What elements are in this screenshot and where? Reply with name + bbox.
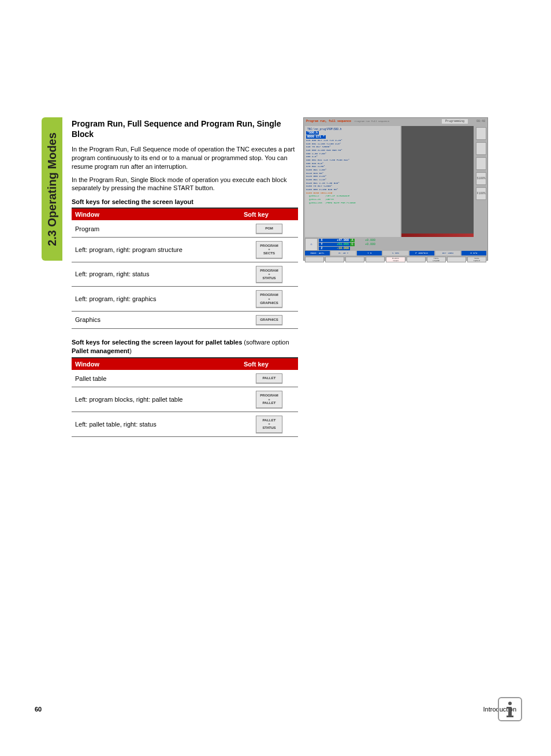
bottom-softkey-row: BLOCKSCANTOOLUSAGETOOLTABLE [304, 255, 487, 264]
side-mode-icon[interactable]: F100% [476, 187, 486, 200]
table-row: Left: program, right: graphicsPROGRAM+GR… [72, 287, 298, 312]
main-content: Program Run, Full Sequence and Program R… [72, 119, 298, 445]
status-cell: 0: 40 T [331, 251, 356, 255]
page-number: 60 [35, 706, 42, 713]
coord-x: X +47.000 A +0.000 [319, 238, 486, 242]
t2-h-softkey: Soft key [240, 358, 298, 370]
softkey-button[interactable]: PROGRAM+SECTS [256, 241, 282, 258]
softkey-table-1: Window Soft key ProgramPGMLeft: program,… [72, 207, 298, 329]
coord-z-axis: Z [319, 247, 325, 250]
softkey-button[interactable]: PROGRAM+STATUS [256, 266, 282, 283]
table-row: Left: program, right: statusPROGRAM+STAT… [72, 262, 298, 287]
window-cell: Left: program, right: graphics [72, 287, 240, 312]
table-row: ProgramPGM [72, 220, 298, 237]
program-hl-1: *500.h [306, 131, 319, 135]
shot-clock: 08:48 [471, 120, 485, 123]
section-tab: 2.3 Operating Modes [42, 117, 62, 261]
coord-x-extra: +0.000 [365, 239, 375, 242]
table-row: Left: program, right: program structureP… [72, 237, 298, 262]
side-mode-icon[interactable] [476, 157, 486, 170]
shot-titlebar: Program run, full sequence Program run f… [304, 118, 487, 125]
section-tab-label: 2.3 Operating Modes [46, 132, 59, 246]
table2-caption-bold-c: Pallet management [72, 347, 129, 354]
paragraph-2: In the Program Run, Single Block mode of… [72, 176, 298, 193]
softkey-button[interactable]: PALLET+STATUS [256, 416, 282, 433]
softkey-cell: PROGRAM+STATUS [240, 262, 298, 287]
softkey-button[interactable]: PALLET [256, 373, 282, 383]
program-q-line: Q206=+150 ;FEED RATE FOR PLNGNG [306, 202, 399, 205]
table-row: Left: program blocks, right: pallet tabl… [72, 387, 298, 412]
coord-y-val: +53.055 [325, 243, 350, 246]
window-cell: Left: program, right: program structure [72, 237, 240, 262]
paragraph-1: In the Program Run, Full Sequence mode o… [72, 145, 298, 171]
right-icon-column: S100%F100% [475, 125, 487, 238]
window-cell: Program [72, 220, 240, 237]
coord-y: Y +53.055 C +0.000 [319, 242, 486, 246]
table2-caption: Soft keys for selecting the screen layou… [72, 338, 298, 355]
svg-rect-3 [507, 716, 513, 717]
table2-caption-mid: (software option [242, 339, 289, 346]
program-listing-panel: TNC:\nc_prog\PGM\500.h *500.h N999 G71 *… [305, 126, 400, 237]
bottom-softkey[interactable] [366, 257, 385, 262]
bottom-softkey[interactable] [447, 257, 466, 262]
coord-y-extra: +0.000 [365, 243, 375, 246]
softkey-cell: PGM [240, 220, 298, 237]
coord-x-sfx: A [350, 239, 355, 242]
window-cell: Left: program, right: status [72, 262, 240, 287]
coord-y-sfx: C [350, 243, 355, 246]
status-cell: Ovr 100% [435, 251, 460, 255]
coord-y-axis: Y [319, 243, 325, 246]
bottom-softkey[interactable] [325, 257, 344, 262]
window-cell: Pallet table [72, 370, 240, 387]
softkey-button[interactable]: PROGRAM+GRAPHICS [256, 290, 282, 307]
table-row: Left: pallet table, right: statusPALLET+… [72, 412, 298, 436]
softkey-cell: PALLET [240, 370, 298, 387]
coord-x-axis: X [319, 239, 325, 242]
svg-point-0 [508, 702, 512, 705]
window-cell: Graphics [72, 312, 240, 329]
softkey-cell: PROGRAM+PALLET [240, 387, 298, 412]
program-path: TNC:\nc_prog\PGM\500.h [306, 127, 399, 131]
bottom-softkey[interactable]: TOOLTABLE [467, 257, 486, 262]
info-icon [498, 697, 522, 721]
softkey-table-2: Window Soft key Pallet tablePALLETLeft: … [72, 357, 298, 436]
status-row: MODE: ACTL0: 40 TT 5S SRSF 2mm/minOvr 10… [304, 251, 487, 255]
bottom-softkey[interactable] [407, 257, 426, 262]
status-cell: T 5 [357, 251, 382, 255]
shot-title-main: Program run, full sequence [306, 120, 351, 123]
side-mode-icon[interactable] [476, 127, 486, 140]
cnc-screenshot: Program run, full sequence Program run f… [303, 117, 488, 261]
graphics-bottom-bar [401, 234, 474, 237]
page-footer: 60 Introduction [35, 706, 516, 713]
coordinate-row: ⌂ X +47.000 A +0.000 Y +53.055 C +0.000 … [304, 238, 487, 251]
t1-h-softkey: Soft key [240, 208, 298, 220]
coord-x-val: +47.000 [325, 239, 350, 242]
table1-caption: Soft keys for selecting the screen layou… [72, 198, 298, 205]
graphics-preview-panel [401, 126, 474, 237]
coord-left-icon: ⌂ [305, 238, 318, 251]
bottom-softkey[interactable]: BLOCKSCAN [386, 257, 405, 262]
softkey-cell: PROGRAM+SECTS [240, 237, 298, 262]
program-hl-2: N999 G71 * [306, 135, 326, 139]
bottom-softkey[interactable] [345, 257, 364, 262]
bottom-softkey[interactable]: TOOLUSAGE [427, 257, 446, 262]
coord-z-val: -10.000 [325, 247, 350, 250]
softkey-cell: PROGRAM+GRAPHICS [240, 287, 298, 312]
softkey-cell: GRAPHICS [240, 312, 298, 329]
bottom-softkey[interactable] [305, 257, 324, 262]
softkey-button[interactable]: GRAPHICS [256, 315, 282, 325]
status-cell: F 2mm/min [409, 251, 434, 255]
table2-caption-bold-a: Soft keys for selecting the screen layou… [72, 339, 242, 346]
shot-title-right: Programming [442, 119, 468, 124]
side-mode-icon[interactable] [476, 142, 486, 155]
status-cell: MODE: ACTL [305, 251, 330, 255]
svg-rect-2 [507, 707, 510, 709]
table-row: Pallet tablePALLET [72, 370, 298, 387]
page-heading: Program Run, Full Sequence and Program R… [72, 119, 298, 139]
softkey-button[interactable]: PROGRAM+PALLET [256, 391, 282, 408]
side-mode-icon[interactable]: S100% [476, 172, 486, 185]
softkey-button[interactable]: PGM [256, 224, 282, 234]
status-cell: M 5/9 [461, 251, 486, 255]
t2-h-window: Window [72, 358, 240, 370]
shot-title-sub: Program run full sequence [355, 120, 389, 123]
